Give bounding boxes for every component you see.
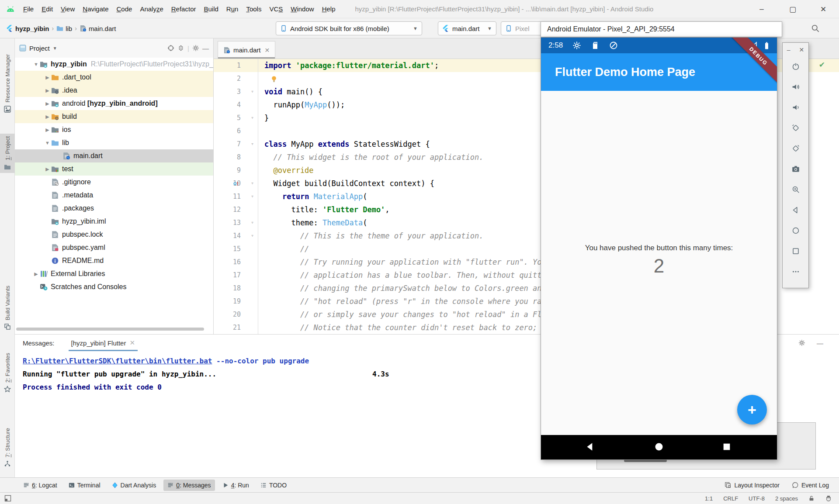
tree-item-readme-md[interactable]: README.md <box>15 254 213 267</box>
breadcrumb-item-main-dart[interactable]: main.dart <box>80 25 116 32</box>
inspection-ok-icon[interactable]: ✔ <box>819 60 825 69</box>
toolwindow-button-0-messages[interactable]: 0: Messages <box>163 480 215 491</box>
toolwindow-button-event-log[interactable]: Event Log <box>788 480 833 491</box>
tree-item-build[interactable]: ▶build <box>15 110 213 123</box>
fold-marker-icon[interactable]: ▿ <box>247 229 258 242</box>
tree-item--dart_tool[interactable]: ▶.dart_tool <box>15 71 213 84</box>
tree-item-pubspec-yaml[interactable]: pubspec.yaml <box>15 241 213 254</box>
emulator-back-icon[interactable] <box>791 200 801 220</box>
device-selector[interactable]: Android SDK built for x86 (mobile) ▼ <box>276 21 422 35</box>
tree-item-lib[interactable]: ▼lib <box>15 136 213 149</box>
tree-item-hyzp_yibin-iml[interactable]: hyzp_yibin.iml <box>15 215 213 228</box>
tree-item-ios[interactable]: ▶ios <box>15 123 213 136</box>
tree-item--gitignore[interactable]: .gitignore <box>15 176 213 189</box>
chevron-collapsed-icon[interactable]: ▶ <box>44 88 51 93</box>
breadcrumb[interactable]: hyzp_yibin›lib›main.dart <box>6 18 116 38</box>
close-icon[interactable]: ✕ <box>799 46 804 53</box>
menu-analyze[interactable]: Analyze <box>136 3 167 14</box>
tree-item-external-libraries[interactable]: ▶External Libraries <box>15 267 213 280</box>
toolwindow-toggle-icon[interactable] <box>4 495 11 502</box>
override-icon[interactable] <box>233 180 239 186</box>
chevron-expanded-icon[interactable]: ▼ <box>44 140 51 145</box>
collapse-all-icon[interactable] <box>177 45 184 52</box>
tree-item-pubspec-lock[interactable]: pubspec.lock <box>15 228 213 241</box>
run-config-selector[interactable]: main.dart ▼ <box>438 21 496 35</box>
status-item[interactable]: 2 spaces <box>775 495 798 502</box>
chevron-collapsed-icon[interactable]: ▶ <box>44 75 51 80</box>
tree-item--packages[interactable]: .packages <box>15 202 213 215</box>
emulator-rotate-right-icon[interactable] <box>791 138 801 159</box>
toolwindow-button-terminal[interactable]: Terminal <box>65 480 104 491</box>
tab-main-dart[interactable]: main.dart ✕ <box>218 41 275 59</box>
emulator-more-icon[interactable] <box>791 261 801 282</box>
stripe-tab-1-project[interactable]: 1: Project <box>0 134 15 173</box>
stripe-tab-build-variants[interactable]: Build Variants <box>0 283 15 333</box>
hide-panel-icon[interactable]: — <box>202 45 209 52</box>
close-icon[interactable]: ✕ <box>815 0 832 18</box>
lock-icon[interactable] <box>808 495 815 501</box>
menu-vcs[interactable]: VCS <box>265 3 287 14</box>
tree-item-main-dart[interactable]: main.dart <box>15 149 213 162</box>
breadcrumb-item-lib[interactable]: lib <box>56 25 72 32</box>
breadcrumb-item-hyzp_yibin[interactable]: hyzp_yibin <box>6 25 49 32</box>
menu-view[interactable]: View <box>57 3 79 14</box>
fold-marker-icon[interactable]: ▿ <box>247 216 258 229</box>
emulator-power-icon[interactable] <box>791 56 801 76</box>
emulator-volume-up-icon[interactable] <box>791 76 801 97</box>
chevron-collapsed-icon[interactable]: ▶ <box>44 101 51 107</box>
maximize-icon[interactable]: ▢ <box>784 0 801 18</box>
bulb-icon[interactable] <box>270 76 277 83</box>
stripe-tab-2-favorites[interactable]: 2: Favorites <box>0 350 15 395</box>
emulator-volume-down-icon[interactable] <box>791 97 801 117</box>
toolwindow-button-layout-inspector[interactable]: Layout Inspector <box>721 480 784 491</box>
horizontal-scrollbar[interactable] <box>16 328 204 331</box>
close-tab-icon[interactable]: ✕ <box>129 339 135 347</box>
emulator-overview-icon[interactable] <box>791 241 801 261</box>
tree-item-hyzp_yibin[interactable]: ▼hyzp_yibinR:\FlutterProject\FlutterProj… <box>15 58 213 71</box>
menu-navigate[interactable]: Navigate <box>79 3 112 14</box>
emulator-rotate-left-icon[interactable] <box>791 117 801 138</box>
menu-help[interactable]: Help <box>318 3 340 14</box>
console-link[interactable]: R:\Flutter\FlutterSDK\flutter\bin\flutte… <box>23 357 212 365</box>
chevron-collapsed-icon[interactable]: ▶ <box>44 166 51 172</box>
chevron-collapsed-icon[interactable]: ▶ <box>32 271 40 277</box>
chevron-collapsed-icon[interactable]: ▶ <box>44 114 51 120</box>
tree-item--idea[interactable]: ▶.idea <box>15 84 213 97</box>
chevron-collapsed-icon[interactable]: ▶ <box>44 127 51 133</box>
fold-marker-icon[interactable]: ▿ <box>247 177 258 190</box>
menu-code[interactable]: Code <box>113 3 136 14</box>
project-view-selector[interactable]: Project <box>29 45 50 52</box>
fold-marker-icon[interactable]: ▿ <box>247 190 258 203</box>
emulator-camera-icon[interactable] <box>791 159 801 179</box>
search-icon[interactable] <box>811 24 820 33</box>
menu-file[interactable]: File <box>19 3 38 14</box>
tree-item-android[interactable]: ▶android [hyzp_yibin_android] <box>15 97 213 110</box>
toolwindow-button-6-logcat[interactable]: 6: Logcat <box>19 480 61 491</box>
status-item[interactable]: 1:1 <box>705 495 713 502</box>
menu-build[interactable]: Build <box>200 3 222 14</box>
toolwindow-button-dart-analysis[interactable]: Dart Analysis <box>108 480 160 491</box>
settings-gear-icon[interactable] <box>192 45 199 52</box>
fold-marker-icon[interactable]: ▿ <box>247 111 258 124</box>
nav-overview-icon[interactable] <box>722 442 732 453</box>
increment-fab-button[interactable]: + <box>737 395 767 425</box>
minimize-icon[interactable]: – <box>787 46 790 53</box>
toolwindow-button-4-run[interactable]: 4: Run <box>218 480 253 491</box>
status-item[interactable]: UTF-8 <box>749 495 765 502</box>
emulator-zoom-icon[interactable] <box>791 179 801 200</box>
hide-panel-icon[interactable]: — <box>817 339 823 347</box>
tree-item-test[interactable]: ▶test <box>15 162 213 176</box>
menu-refactor[interactable]: Refactor <box>167 3 200 14</box>
locate-file-icon[interactable] <box>167 45 174 52</box>
fold-marker-icon[interactable]: ▿ <box>247 85 258 98</box>
hector-icon[interactable] <box>825 495 832 502</box>
messages-flutter-tab[interactable]: [hyzp_yibin] Flutter ✕ <box>69 335 138 351</box>
menu-run[interactable]: Run <box>222 3 243 14</box>
menu-edit[interactable]: Edit <box>38 3 57 14</box>
tree-item--metadata[interactable]: .metadata <box>15 189 213 202</box>
menu-tools[interactable]: Tools <box>242 3 265 14</box>
close-tab-icon[interactable]: ✕ <box>265 47 270 54</box>
toolwindow-button-todo[interactable]: TODO <box>257 480 291 491</box>
status-item[interactable]: CRLF <box>723 495 738 502</box>
nav-back-icon[interactable] <box>585 441 596 454</box>
